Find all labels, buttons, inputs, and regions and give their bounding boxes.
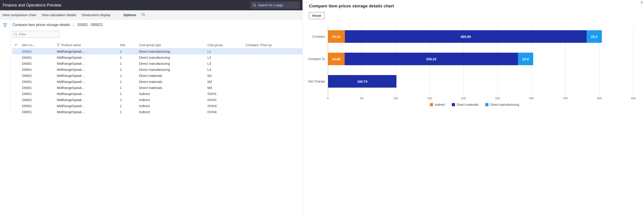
cell-compare [243, 66, 302, 73]
table-row[interactable]: D0001MidRangeSpeak…1Direct materialsM3 [12, 85, 302, 91]
search-icon [253, 3, 256, 7]
cell-site[interactable]: 1 [118, 54, 137, 60]
help-icon[interactable]: ? [640, 1, 643, 5]
row-select[interactable] [12, 48, 20, 55]
chart-segment-indirect[interactable]: 25.25 [328, 30, 345, 43]
cell-costgroup[interactable]: OVH1 [205, 91, 243, 97]
cell-item[interactable]: D0001 [20, 60, 55, 66]
cell-costgroup[interactable]: L3 [205, 60, 243, 66]
row-select[interactable] [12, 109, 20, 115]
row-select[interactable] [12, 79, 20, 85]
cell-site[interactable]: 1 [118, 91, 137, 97]
table-row[interactable]: D0001MidRangeSpeak…1Direct materialsM1 [12, 73, 302, 79]
table-row[interactable]: D0001MidRangeSpeak…1Direct materialsM2 [12, 79, 302, 85]
cell-site[interactable]: 1 [118, 85, 137, 91]
cell-item[interactable]: D0001 [20, 79, 55, 85]
cell-costgroup[interactable]: L4 [205, 66, 243, 73]
cell-costgroup[interactable]: OVH3 [205, 103, 243, 109]
col-costgrouptype[interactable]: Cost group type [137, 42, 205, 48]
row-select[interactable] [12, 66, 20, 73]
table-row[interactable]: D0001MidRangeSpeak…1IndirectOVH3 [12, 103, 302, 109]
chart-segment-indirect[interactable]: 24.89 [328, 53, 345, 65]
row-select[interactable] [12, 60, 20, 66]
reset-button[interactable]: Reset [309, 12, 324, 19]
cell-site[interactable]: 1 [118, 66, 137, 73]
cell-item[interactable]: D0001 [20, 48, 55, 55]
cell-costgroup[interactable]: OVH4 [205, 109, 243, 115]
cmd-view-calc[interactable]: View calculation details [42, 13, 76, 17]
cell-compare [243, 109, 302, 115]
cell-item[interactable]: D0001 [20, 97, 55, 103]
cell-site[interactable]: 1 [118, 73, 137, 79]
chart-category-label: Compare [312, 35, 325, 38]
cell-site[interactable]: 1 [118, 60, 137, 66]
col-site[interactable]: Site [118, 42, 137, 48]
data-grid: Item nu… Product name Site Cost group ty… [12, 42, 302, 115]
cell-item[interactable]: D0001 [20, 109, 55, 115]
filter-rail[interactable] [0, 20, 10, 115]
col-compare[interactable]: Compare: Price qu [243, 42, 302, 48]
table-row[interactable]: D0001MidRangeSpeak…1Direct manufacturing… [12, 48, 302, 55]
funnel-icon [57, 43, 60, 46]
cell-costgroup[interactable]: M1 [205, 73, 243, 79]
cell-costgroup[interactable]: M2 [205, 79, 243, 85]
col-product[interactable]: Product name [55, 42, 118, 48]
chart-legend: Indirect Direct materials Direct manufac… [309, 103, 640, 106]
legend-manufacturing[interactable]: Direct manufacturing [485, 103, 519, 106]
cell-costgroup[interactable]: L1 [205, 48, 243, 55]
legend-materials[interactable]: Direct materials [452, 103, 478, 106]
row-select[interactable] [12, 54, 20, 60]
cell-costgroup[interactable]: M3 [205, 85, 243, 91]
chart-segment-materials[interactable]: 255.22 [345, 53, 518, 65]
row-select[interactable] [12, 91, 20, 97]
cell-compare [243, 97, 302, 103]
cell-costgroup[interactable]: OVH2 [205, 97, 243, 103]
chart-segment-manufacturing[interactable]: 22.6 [586, 30, 602, 43]
cell-item[interactable]: D0001 [20, 66, 55, 73]
table-row[interactable]: D0001MidRangeSpeak…1Direct manufacturing… [12, 54, 302, 60]
row-select[interactable] [12, 97, 20, 103]
cell-site[interactable]: 1 [118, 79, 137, 85]
cmd-find[interactable] [142, 13, 145, 17]
global-search[interactable]: Search for a page [250, 1, 300, 9]
cell-compare [243, 79, 302, 85]
grid-filter-input[interactable]: Filter [12, 31, 59, 38]
row-select[interactable] [12, 103, 20, 109]
global-search-placeholder: Search for a page [258, 3, 283, 7]
table-row[interactable]: D0001MidRangeSpeak…1IndirectOVH4 [12, 109, 302, 115]
cell-item[interactable]: D0001 [20, 73, 55, 79]
cell-item[interactable]: D0001 [20, 85, 55, 91]
cmd-dimensions[interactable]: Dimensions display [82, 13, 110, 17]
cell-costgrouptype: Direct manufacturing [137, 66, 205, 73]
row-select[interactable] [12, 73, 20, 79]
cell-site[interactable]: 1 [118, 109, 137, 115]
chart-segment-materials[interactable]: 355.95 [345, 30, 586, 43]
cell-costgroup[interactable]: L2 [205, 54, 243, 60]
cmd-options[interactable]: Options [124, 13, 136, 17]
cell-site[interactable]: 1 [118, 48, 137, 55]
table-row[interactable]: D0001MidRangeSpeak…1IndirectOVH1 [12, 91, 302, 97]
cmd-view-chart[interactable]: View comparison chart [2, 13, 36, 17]
svg-line-5 [16, 35, 17, 36]
col-costgroup[interactable]: Cost group [205, 42, 243, 48]
cell-product: MidRangeSpeak… [55, 66, 118, 73]
chart-tick-label: 250 [495, 97, 500, 100]
table-row[interactable]: D0001MidRangeSpeak…1Direct manufacturing… [12, 60, 302, 66]
chart-segment-manufacturing[interactable]: 22.6 [518, 53, 533, 65]
cell-item[interactable]: D0001 [20, 91, 55, 97]
chart-gridline [633, 26, 634, 95]
cell-site[interactable]: 1 [118, 97, 137, 103]
legend-indirect[interactable]: Indirect [430, 103, 445, 106]
row-select[interactable] [12, 85, 20, 91]
table-row[interactable]: D0001MidRangeSpeak…1Direct manufacturing… [12, 66, 302, 73]
col-select[interactable] [12, 42, 20, 48]
col-item[interactable]: Item nu… [20, 42, 55, 48]
search-icon [14, 33, 17, 36]
cell-item[interactable]: D0001 [20, 54, 55, 60]
cell-site[interactable]: 1 [118, 103, 137, 109]
table-row[interactable]: D0001MidRangeSpeak…1IndirectOVH2 [12, 97, 302, 103]
cell-item[interactable]: D0001 [20, 103, 55, 109]
breadcrumb: Compare item prices storage details | D0… [12, 23, 302, 27]
chart-segment-materials[interactable]: 100.73 [328, 75, 396, 88]
swatch-materials [452, 103, 455, 106]
